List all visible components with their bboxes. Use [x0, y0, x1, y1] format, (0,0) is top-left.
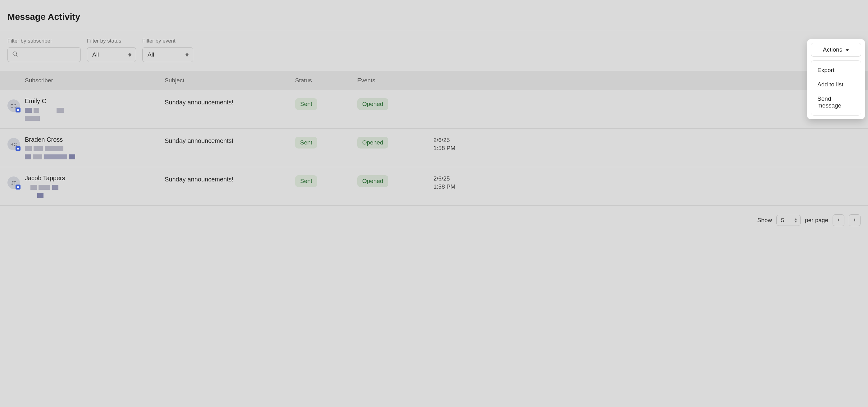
svg-rect-2	[17, 109, 19, 111]
filter-subscriber-group: Filter by subscriber	[7, 38, 81, 62]
subscriber-name: Braden Cross	[25, 136, 165, 143]
redacted-text	[25, 108, 165, 113]
table-row[interactable]: JT Jacob Tappers Sunday announcements! S…	[0, 167, 868, 206]
avatar-badge-icon	[16, 107, 21, 113]
table-body: EC Emily C Sunday announcements! Sent Op…	[0, 90, 868, 206]
col-header-subject: Subject	[165, 77, 295, 84]
prev-page-button[interactable]	[833, 214, 844, 226]
actions-button-label: Actions	[823, 46, 842, 53]
timestamp-time: 1:58 PM	[433, 183, 861, 190]
avatar: EC	[7, 98, 25, 112]
page-size-select[interactable]: 5	[776, 215, 801, 226]
avatar-badge-icon	[16, 185, 21, 190]
subject-cell: Sunday announcements!	[165, 98, 295, 106]
filter-subscriber-label: Filter by subscriber	[7, 38, 81, 44]
chevron-left-icon	[837, 217, 840, 224]
filter-status-select[interactable]: All	[87, 47, 136, 62]
pagination-perpage-label: per page	[805, 217, 828, 224]
actions-menu-send-message[interactable]: Send message	[811, 92, 861, 113]
event-badge: Opened	[357, 137, 388, 149]
pagination-show-label: Show	[757, 217, 772, 224]
actions-dropdown-panel: Actions Export Add to list Send message	[807, 39, 865, 119]
pagination-bar: Show 5 per page	[0, 206, 868, 239]
filter-event-select[interactable]: All	[142, 47, 193, 62]
actions-menu-export[interactable]: Export	[811, 63, 861, 77]
timestamp-date: 2/6/25	[433, 175, 861, 182]
redacted-text	[25, 154, 165, 159]
filter-status-group: Filter by status All	[87, 38, 136, 62]
col-header-subscriber: Subscriber	[25, 77, 165, 84]
redacted-text	[25, 185, 165, 190]
filter-event-label: Filter by event	[142, 38, 193, 44]
redacted-text	[25, 146, 165, 151]
svg-rect-4	[17, 186, 19, 188]
subject-cell: Sunday announcements!	[165, 175, 295, 183]
timestamp-date: 2/6/25	[433, 137, 861, 144]
search-icon	[12, 51, 18, 58]
subscriber-name: Jacob Tappers	[25, 175, 165, 182]
avatar-badge-icon	[16, 146, 21, 151]
table-row[interactable]: BC Braden Cross Sunday announcements! Se…	[0, 129, 868, 167]
updown-icon	[128, 53, 131, 57]
table-row[interactable]: EC Emily C Sunday announcements! Sent Op…	[0, 90, 868, 129]
filter-event-value: All	[148, 51, 154, 58]
redacted-text	[25, 116, 165, 121]
avatar: BC	[7, 136, 25, 150]
col-header-events: Events	[357, 77, 433, 84]
svg-line-1	[16, 55, 18, 57]
avatar: JT	[7, 175, 25, 189]
filter-status-label: Filter by status	[87, 38, 136, 44]
table-header: Subscriber Subject Status Events	[0, 71, 868, 90]
updown-icon	[185, 53, 189, 57]
updown-icon	[794, 218, 797, 222]
actions-button[interactable]: Actions	[811, 43, 861, 57]
event-badge: Opened	[357, 175, 388, 187]
chevron-down-icon	[845, 46, 849, 53]
svg-rect-3	[17, 148, 19, 149]
chevron-right-icon	[853, 217, 856, 224]
page-title: Message Activity	[0, 0, 868, 31]
filter-status-value: All	[92, 51, 99, 58]
filter-bar: Filter by subscriber Filter by status Al…	[0, 31, 868, 71]
event-badge: Opened	[357, 98, 388, 110]
filter-subscriber-input[interactable]	[7, 47, 81, 62]
status-badge: Sent	[295, 98, 317, 110]
timestamp-time: 1:58 PM	[433, 145, 861, 152]
redacted-text	[25, 193, 165, 198]
actions-menu: Export Add to list Send message	[811, 60, 861, 116]
subject-cell: Sunday announcements!	[165, 136, 295, 145]
filter-event-group: Filter by event All	[142, 38, 193, 62]
status-badge: Sent	[295, 137, 317, 149]
col-header-status: Status	[295, 77, 357, 84]
svg-point-0	[13, 52, 17, 56]
subscriber-name: Emily C	[25, 98, 165, 105]
status-badge: Sent	[295, 175, 317, 187]
actions-menu-add-to-list[interactable]: Add to list	[811, 77, 861, 92]
next-page-button[interactable]	[849, 214, 861, 226]
page-size-value: 5	[781, 217, 784, 224]
